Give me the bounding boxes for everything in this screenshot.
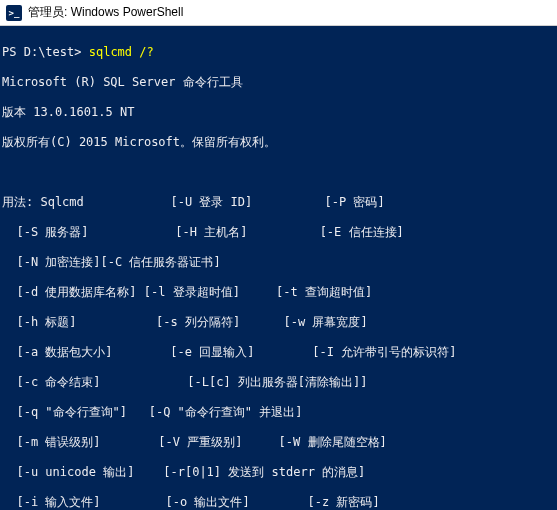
usage-line: [-d 使用数据库名称] [-l 登录超时值] [-t 查询超时值] [2,285,555,300]
titlebar: >_ 管理员: Windows PowerShell [0,0,557,26]
header-product: Microsoft (R) SQL Server 命令行工具 [2,75,555,90]
usage-line: [-u unicode 输出] [-r[0|1] 发送到 stderr 的消息] [2,465,555,480]
window-title: 管理员: Windows PowerShell [28,4,183,21]
usage-line: [-a 数据包大小] [-e 回显输入] [-I 允许带引号的标识符] [2,345,555,360]
header-version: 版本 13.0.1601.5 NT [2,105,555,120]
prompt-ps: PS [2,45,24,59]
prompt-path: D:\test> [24,45,82,59]
usage-line: [-q "命令行查询"] [-Q "命令行查询" 并退出] [2,405,555,420]
usage-line: [-c 命令结束] [-L[c] 列出服务器[清除输出]] [2,375,555,390]
blank-line [2,165,555,180]
usage-line: [-h 标题] [-s 列分隔符] [-w 屏幕宽度] [2,315,555,330]
powershell-icon: >_ [6,5,22,21]
usage-line: [-i 输入文件] [-o 输出文件] [-z 新密码] [2,495,555,510]
header-copyright: 版权所有(C) 2015 Microsoft。保留所有权利。 [2,135,555,150]
usage-line: [-N 加密连接][-C 信任服务器证书] [2,255,555,270]
terminal-output: PS D:\test> sqlcmd /? Microsoft (R) SQL … [0,26,557,510]
command-text: sqlcmd /? [89,45,154,59]
prompt-line[interactable]: PS D:\test> sqlcmd /? [2,45,555,60]
usage-line: 用法: Sqlcmd [-U 登录 ID] [-P 密码] [2,195,555,210]
usage-line: [-S 服务器] [-H 主机名] [-E 信任连接] [2,225,555,240]
usage-line: [-m 错误级别] [-V 严重级别] [-W 删除尾随空格] [2,435,555,450]
